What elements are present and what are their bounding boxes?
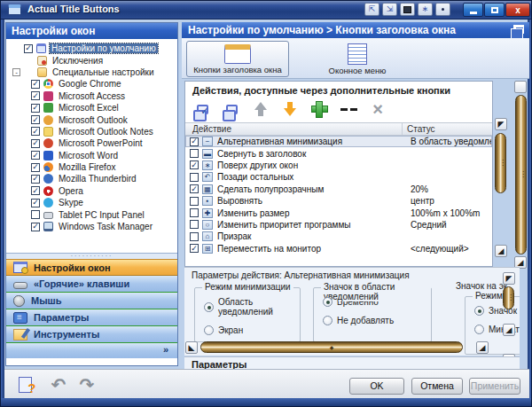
- table-row-resize[interactable]: ✚ Изменить размер 100%m x 100%m: [185, 207, 492, 218]
- apply-button[interactable]: Применить: [469, 378, 520, 395]
- tab-title-buttons[interactable]: Кнопки заголовка окна: [186, 41, 289, 77]
- tree-item-excel[interactable]: Microsoft Excel: [6, 102, 177, 113]
- tree-checkbox[interactable]: [31, 104, 40, 113]
- tree-item-thunderbird[interactable]: Mozilla Thunderbird: [6, 173, 177, 184]
- tree-checkbox[interactable]: [31, 91, 40, 100]
- help-button[interactable]: [13, 376, 36, 394]
- row-checkbox[interactable]: [190, 220, 199, 229]
- tree-checkbox[interactable]: [31, 223, 40, 231]
- tree-item-special-settings[interactable]: - Специальные настройки: [6, 67, 177, 78]
- row-checkbox[interactable]: [190, 184, 199, 193]
- maximize-button[interactable]: [484, 3, 505, 17]
- horizontal-scrollbar-thumb[interactable]: [200, 341, 463, 353]
- row-checkbox[interactable]: [190, 160, 199, 169]
- tree-checkbox[interactable]: [31, 175, 40, 184]
- table-row-priority[interactable]: ○ Изменить приоритет программы Средний: [185, 219, 492, 231]
- tree-item-task-manager[interactable]: Windows Task Manager: [6, 221, 177, 232]
- row-checkbox[interactable]: [190, 149, 199, 158]
- table-row-rollup[interactable]: ▬ Свернуть в заголовок: [185, 147, 492, 159]
- cancel-button[interactable]: Отмена: [411, 378, 463, 395]
- move-down-button[interactable]: [280, 100, 300, 118]
- tree-checkbox[interactable]: [31, 139, 40, 148]
- tree-checkbox[interactable]: [31, 80, 40, 89]
- panel-scrollbar-thumb[interactable]: [515, 95, 527, 254]
- roll-up-button-icon[interactable]: ⇱: [364, 3, 379, 16]
- table-row-alt-minimize[interactable]: − Альтернативная минимизация В область у…: [185, 136, 492, 147]
- move-up-button[interactable]: [251, 100, 270, 118]
- row-checkbox[interactable]: [190, 244, 199, 253]
- tree-item-tablet-pc[interactable]: Tablet PC Input Panel: [6, 208, 177, 220]
- nav-options[interactable]: Параметры: [6, 309, 177, 326]
- tree-item-powerpoint[interactable]: Microsoft PowerPoint: [6, 137, 177, 149]
- radio-dont-add[interactable]: Не добавлять: [323, 316, 431, 325]
- tree-item-outlook-notes[interactable]: Microsoft Outlook Notes: [6, 126, 177, 137]
- add-action-button[interactable]: [309, 100, 329, 118]
- row-checkbox[interactable]: [190, 232, 199, 241]
- radio-icon[interactable]: [474, 306, 484, 316]
- tree-checkbox[interactable]: [31, 115, 40, 124]
- resize-button-icon[interactable]: [400, 3, 415, 16]
- radio-icon[interactable]: [474, 325, 484, 334]
- params-scrollbar-thumb[interactable]: [503, 286, 514, 309]
- table-row-ghost[interactable]: ⌂ Призрак: [185, 231, 492, 242]
- tree-checkbox[interactable]: [31, 210, 40, 219]
- transparency-button-icon[interactable]: [435, 3, 450, 16]
- row-checkbox[interactable]: [190, 173, 199, 182]
- tree-item-access[interactable]: Microsoft Access: [6, 90, 177, 102]
- panel-windows-icon[interactable]: [513, 25, 524, 34]
- delete-button[interactable]: ×: [368, 100, 387, 118]
- table-row-stay-on-top[interactable]: ∗ Поверх других окон: [185, 160, 492, 171]
- params-scroll-down-icon[interactable]: ◢: [503, 324, 515, 336]
- nav-tools[interactable]: Инструменты: [6, 326, 177, 343]
- radio-screen[interactable]: Экран: [204, 325, 300, 335]
- undo-button[interactable]: ↶: [47, 376, 70, 394]
- tree-checkbox[interactable]: [31, 186, 40, 195]
- nav-mouse[interactable]: Мышь: [6, 293, 177, 309]
- nav-hotkeys[interactable]: «Горячие» клавиши: [6, 276, 177, 293]
- close-button[interactable]: x: [505, 3, 530, 17]
- stay-on-top-button-icon[interactable]: ⇲: [382, 3, 397, 16]
- row-checkbox[interactable]: [190, 208, 199, 217]
- copy-settings-button[interactable]: [222, 100, 241, 118]
- tree-item-chrome[interactable]: Google Chrome: [6, 78, 177, 90]
- nav-collapse-chevron-icon[interactable]: »: [6, 343, 177, 358]
- table-row-move-to-monitor[interactable]: ⊞ Переместить на монитор <следующий>: [185, 243, 492, 254]
- tree-item-opera[interactable]: Opera: [6, 185, 177, 197]
- tab-window-menu[interactable]: Оконное меню: [313, 41, 402, 77]
- params-scroll-up-icon[interactable]: ◤: [503, 272, 515, 285]
- panel-splitter[interactable]: ···········: [6, 253, 177, 259]
- tree-item-default-settings[interactable]: Настройки по умолчанию: [6, 43, 177, 54]
- minimize-button[interactable]: [463, 3, 483, 17]
- column-status[interactable]: Статус: [403, 123, 492, 135]
- radio-icon[interactable]: [204, 325, 214, 335]
- hscroll-right-icon[interactable]: ◢: [476, 341, 489, 354]
- radio-notification-area[interactable]: Область уведомлений: [204, 297, 300, 317]
- ok-button[interactable]: OK: [349, 378, 404, 395]
- remove-action-button[interactable]: [339, 100, 358, 118]
- tree-item-word[interactable]: Microsoft Word: [6, 150, 177, 161]
- table-row-transparency[interactable]: ▦ Сделать полупрозрачным 20%: [185, 184, 492, 195]
- redo-button[interactable]: ↷: [75, 376, 98, 394]
- radio-icon[interactable]: [323, 297, 332, 307]
- tree-checkbox[interactable]: [31, 151, 40, 160]
- tree-checkbox[interactable]: [31, 199, 40, 207]
- check-all-button[interactable]: [192, 100, 212, 118]
- tree-expander-icon[interactable]: -: [12, 68, 20, 76]
- titlebar[interactable]: Actual Title Buttons ⇱ ⇲ ∗ x: [1, 1, 532, 20]
- column-action[interactable]: Действие: [185, 123, 403, 135]
- tree-checkbox[interactable]: [31, 163, 40, 172]
- table-scrollbar-thumb[interactable]: [495, 133, 506, 193]
- tree-item-firefox[interactable]: Mozilla Firefox: [6, 161, 177, 173]
- table-scroll-down-icon[interactable]: ◢: [495, 245, 507, 257]
- table-row-align[interactable]: ▪ Выровнять центр: [185, 195, 492, 207]
- tree-checkbox[interactable]: [31, 127, 40, 136]
- radio-icon[interactable]: [323, 316, 332, 325]
- panel-scroll-up-icon[interactable]: [514, 81, 527, 93]
- tree-item-skype[interactable]: Skype: [6, 197, 177, 208]
- pin-button-icon[interactable]: ∗: [418, 3, 433, 16]
- table-scroll-up-icon[interactable]: ◤: [495, 118, 507, 130]
- tree-item-outlook[interactable]: Microsoft Outlook: [6, 113, 177, 125]
- tree-checkbox[interactable]: [24, 44, 33, 53]
- tree-item-exclusions[interactable]: Исключения: [6, 54, 177, 66]
- nav-window-settings[interactable]: Настройки окон: [6, 259, 177, 276]
